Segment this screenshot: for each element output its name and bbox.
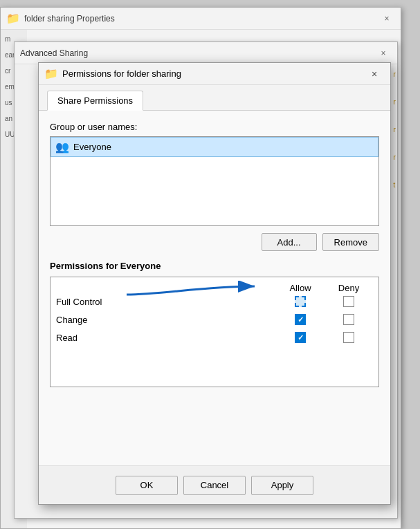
cancel-button[interactable]: Cancel <box>183 476 246 495</box>
right-label-1: r <box>393 70 396 78</box>
checkbox-change-allow[interactable] <box>295 314 306 325</box>
advanced-sharing-title: Advanced Sharing <box>20 48 375 58</box>
checkbox-change-deny[interactable] <box>343 314 354 325</box>
checkbox-read-allow[interactable] <box>295 332 306 343</box>
perm-deny-read[interactable] <box>325 332 373 343</box>
permissions-close-button[interactable]: × <box>364 64 385 84</box>
checkbox-read-deny[interactable] <box>343 332 354 343</box>
perm-label-change: Change <box>56 315 276 325</box>
right-label-5: t <box>393 180 396 189</box>
right-label-4: r <box>393 153 396 161</box>
permissions-folder-icon: 📁 <box>44 67 58 80</box>
permissions-section-label: Permissions for Everyone <box>50 261 379 271</box>
folder-properties-titlebar: 📁 folder sharing Properties × <box>1 8 401 30</box>
perm-deny-full-control[interactable] <box>325 296 373 307</box>
checkbox-full-control-allow[interactable] <box>295 296 306 307</box>
dialog-content: Group or user names: 👥 Everyone Add... R… <box>39 111 390 398</box>
tab-bar: Share Permissions <box>39 85 390 111</box>
perm-allow-change[interactable] <box>276 314 325 325</box>
remove-button[interactable]: Remove <box>322 233 379 251</box>
folder-icon-bg1: 📁 <box>6 12 20 25</box>
folder-properties-close[interactable]: × <box>378 10 395 27</box>
perm-allow-read[interactable] <box>276 332 325 343</box>
perm-allow-header: Allow <box>276 283 325 293</box>
advanced-sharing-close[interactable]: × <box>375 45 392 62</box>
user-list-item-everyone[interactable]: 👥 Everyone <box>51 137 378 157</box>
advanced-sharing-titlebar: Advanced Sharing × <box>15 42 397 64</box>
bg-right-labels: r r r r t <box>393 70 396 189</box>
permissions-dialog: 📁 Permissions for folder sharing × Share… <box>38 62 391 505</box>
apply-button[interactable]: Apply <box>251 476 313 495</box>
right-label-2: r <box>393 98 396 106</box>
perm-row-read: Read <box>56 332 373 343</box>
folder-properties-title: folder sharing Properties <box>24 14 378 24</box>
dialog-footer: OK Cancel Apply <box>39 465 390 504</box>
perm-deny-change[interactable] <box>325 314 373 325</box>
perm-label-full-control: Full Control <box>56 297 276 307</box>
perm-rows: Full Control Change <box>56 296 373 343</box>
permissions-table: Allow Deny Full Control <box>50 277 379 387</box>
right-label-3: r <box>393 125 396 133</box>
add-button[interactable]: Add... <box>262 233 317 251</box>
perm-row-change: Change <box>56 314 373 325</box>
perm-allow-full-control[interactable] <box>276 296 325 307</box>
perm-row-full-control: Full Control <box>56 296 373 307</box>
permissions-title: Permissions for folder sharing <box>62 68 364 79</box>
tab-share-permissions[interactable]: Share Permissions <box>47 91 143 111</box>
user-list-box[interactable]: 👥 Everyone <box>50 136 379 226</box>
everyone-label: Everyone <box>73 142 111 152</box>
perm-label-read: Read <box>56 333 276 343</box>
ok-button[interactable]: OK <box>116 476 178 495</box>
add-remove-buttons: Add... Remove <box>50 233 379 251</box>
checkbox-full-control-deny[interactable] <box>343 296 354 307</box>
everyone-icon: 👥 <box>55 140 69 154</box>
permissions-titlebar: 📁 Permissions for folder sharing × <box>39 63 390 85</box>
perm-header: Allow Deny <box>56 283 373 293</box>
group-label: Group or user names: <box>50 122 379 132</box>
perm-deny-header: Deny <box>325 283 373 293</box>
